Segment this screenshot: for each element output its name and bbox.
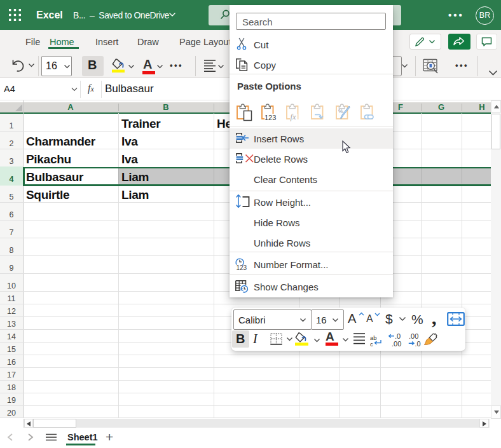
svg-text:.0: .0: [395, 333, 401, 340]
svg-text:%: %: [338, 108, 343, 114]
svg-text:fx: fx: [290, 112, 296, 121]
svg-text:.00: .00: [409, 333, 418, 340]
svg-text:c: c: [370, 341, 373, 347]
svg-text:.00: .00: [392, 340, 401, 348]
svg-text:123: 123: [237, 264, 247, 271]
svg-text:.0: .0: [415, 340, 421, 348]
svg-text:123: 123: [264, 114, 276, 121]
